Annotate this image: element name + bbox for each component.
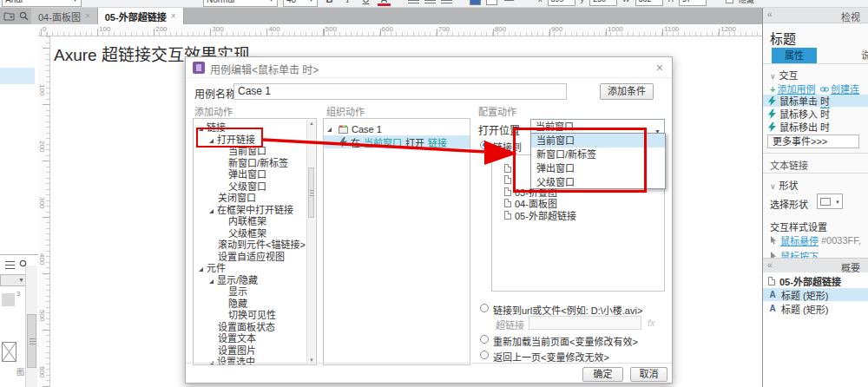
widget-name-field[interactable]: 标题 — [770, 29, 796, 47]
scrollbar-thumb[interactable] — [27, 314, 36, 368]
hide-checkbox[interactable] — [726, 0, 733, 3]
x-field[interactable]: 399 — [548, 0, 575, 6]
reload-page-label: 重新加载当前页面<变量修改有效> — [493, 334, 638, 348]
expander-icon[interactable] — [199, 267, 203, 272]
ruler-number: 500 — [38, 310, 46, 321]
ruler-number: 800 — [495, 25, 506, 33]
font-family-select[interactable]: Arial▼ — [2, 0, 82, 7]
outline-page-row[interactable]: 05-外部超链接 — [763, 274, 868, 287]
underline-button[interactable]: U — [359, 0, 372, 6]
tab-close-icon[interactable]: × — [171, 11, 176, 21]
tab-04-panel[interactable]: 04-面板图 × — [31, 8, 98, 24]
bold-button[interactable]: B — [323, 0, 336, 6]
action-tree-item[interactable]: 父级框架 — [194, 228, 316, 240]
action-tree-item[interactable]: 设置自适应视图 — [194, 252, 316, 264]
action-tree-item[interactable]: 设置文本 — [194, 333, 316, 345]
action-tree-item[interactable]: 元件 — [194, 263, 316, 275]
ruler-number: 1200 — [720, 25, 736, 33]
menu-icon[interactable] — [5, 261, 15, 269]
action-tree-item[interactable]: 设置面板状态 — [194, 322, 316, 334]
action-tree-item[interactable]: 显示 — [194, 286, 316, 298]
action-tree-item[interactable]: 弹出窗口 — [194, 169, 316, 181]
expander-icon[interactable] — [209, 209, 214, 213]
search-icon[interactable] — [19, 11, 29, 21]
action-tree-item[interactable]: 滚动到元件<锚链接> — [194, 239, 316, 252]
cursor-icon — [770, 236, 778, 245]
case-node[interactable]: Case 1 — [324, 122, 470, 135]
font-style-select[interactable]: Normal▼ — [203, 0, 278, 7]
event-bolt-icon — [768, 96, 776, 106]
dialog-title: 用例编辑<鼠标单击 时> — [210, 62, 319, 76]
w-field[interactable]: 332 — [635, 0, 663, 6]
scrollbar-thumb[interactable] — [308, 167, 314, 218]
tab-05-external-hyperlink[interactable]: 05-外部超链接 × — [98, 8, 184, 24]
mouse-hover-row[interactable]: 鼠标悬停 #0033FF, — [770, 233, 861, 247]
widget-thumbnail[interactable] — [2, 293, 15, 306]
align-right-icon[interactable] — [441, 0, 452, 4]
fx-button[interactable]: fx — [648, 318, 655, 328]
tab-notes[interactable]: 说明 — [853, 48, 868, 63]
line-style-button[interactable]: — — [503, 0, 516, 6]
expander-icon[interactable] — [209, 279, 214, 284]
tab-close-icon[interactable]: × — [85, 11, 90, 21]
close-icon[interactable]: × — [656, 61, 663, 75]
action-tree-item[interactable]: 设置选中 — [194, 357, 316, 365]
align-left-icon[interactable] — [408, 0, 419, 4]
dialog-titlebar[interactable]: 用例编辑<鼠标单击 时> × — [186, 57, 672, 78]
cancel-button[interactable]: 取消 — [630, 367, 667, 382]
interaction-section-header[interactable]: ∨交互 — [770, 68, 799, 82]
back-radio[interactable] — [480, 351, 489, 359]
link-url-radio[interactable] — [480, 304, 489, 312]
event-row[interactable]: 鼠标移入 时 — [763, 108, 868, 120]
action-tree-item[interactable]: 新窗口/新标签 — [194, 158, 316, 170]
shape-select[interactable]: ▼ — [817, 194, 843, 209]
left-panel-selection — [0, 68, 35, 84]
h-label: H — [668, 0, 674, 3]
outline-item-label: 标题 (矩形) — [781, 288, 828, 302]
new-folder-icon[interactable] — [3, 11, 15, 21]
tab-properties[interactable]: 属性 — [772, 48, 817, 63]
add-condition-button[interactable]: 添加条件 — [600, 83, 654, 100]
outline-item-row[interactable]: A标题 (矩形) — [763, 288, 868, 301]
reload-page-radio[interactable] — [480, 335, 489, 344]
action-tree-item[interactable]: 在框架中打开链接 — [194, 205, 316, 217]
collapse-icon[interactable]: « — [767, 260, 773, 270]
align-center-icon[interactable] — [424, 0, 436, 4]
border-color-button[interactable] — [486, 0, 497, 5]
event-row[interactable]: 鼠标单击 时 — [763, 95, 868, 107]
event-label: 鼠标单击 时 — [779, 94, 830, 108]
fill-color-button[interactable] — [470, 0, 481, 5]
font-size-select[interactable]: 48▼ — [283, 0, 318, 7]
action-tree-item[interactable]: 显示/隐藏 — [194, 275, 316, 287]
font-color-button[interactable]: A — [378, 0, 391, 6]
expander-icon[interactable] — [327, 128, 332, 132]
page-tab-bar: 04-面板图 × 05-外部超链接 × — [0, 8, 762, 24]
organize-action-row[interactable]: 在 当前窗口 打开 链接 — [324, 135, 470, 148]
outline-item-row[interactable]: A标题 (矩形) — [763, 302, 868, 315]
library-select[interactable]: ▼ — [0, 274, 27, 286]
hyperlink-input[interactable] — [529, 316, 641, 330]
collapse-icon[interactable]: « — [767, 10, 773, 19]
action-tree-item[interactable]: 当前窗口 — [194, 146, 316, 158]
ok-button[interactable]: 确定 — [582, 367, 623, 382]
action-tree-item[interactable]: 关闭窗口 — [194, 193, 316, 205]
event-row[interactable]: 鼠标移出 时 — [763, 121, 868, 133]
y-field[interactable]: 250 — [589, 0, 617, 6]
left-panel-scrollbar[interactable] — [25, 266, 37, 387]
action-tree-item[interactable]: 隐藏 — [194, 298, 316, 311]
link-page-radio[interactable] — [480, 141, 489, 149]
h-field[interactable]: 57 — [679, 0, 707, 6]
hyperlink-label: 超链接 — [496, 318, 524, 331]
action-label: 显示/隐藏 — [217, 275, 258, 287]
case-name-input[interactable]: Case 1 — [233, 83, 567, 100]
action-tree-item[interactable]: 内联框架 — [194, 216, 316, 228]
shape-section-header[interactable]: ∨形状 — [770, 178, 799, 192]
image-placeholder-icon[interactable] — [2, 342, 16, 362]
action-tree-item[interactable]: 父级窗口 — [194, 181, 316, 194]
page-tree-item[interactable]: 05-外部超链接 — [492, 209, 664, 221]
action-tree-item[interactable]: 设置图片 — [194, 345, 316, 357]
more-events-button[interactable]: 更多事件>>> — [767, 134, 859, 148]
action-tree-item[interactable]: 切换可见性 — [194, 310, 316, 322]
action-list-scrollbar[interactable]: ▲ ▼ — [306, 120, 315, 364]
italic-button[interactable]: I — [341, 0, 354, 6]
